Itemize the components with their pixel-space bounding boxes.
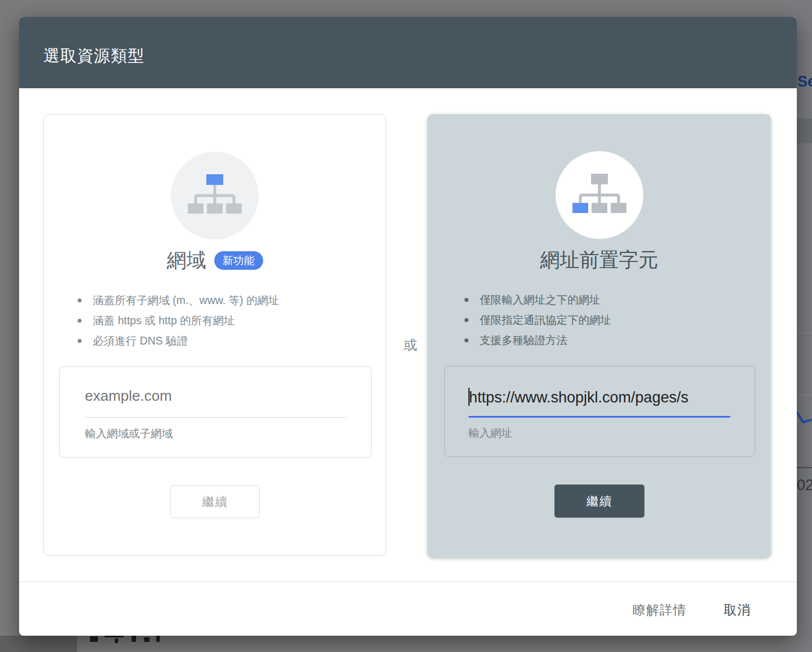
footer-divider bbox=[19, 581, 797, 582]
url-prefix-property-card: 網址前置字元 僅限輸入網址之下的網址 僅限指定通訊協定下的網址 支援多種驗證方法… bbox=[427, 114, 771, 558]
domain-card-bullet-list: 涵蓋所有子網域 (m.、www. 等) 的網址 涵蓋 https 或 http … bbox=[74, 290, 279, 351]
domain-continue-button[interactable]: 繼續 bbox=[170, 485, 260, 518]
url-input[interactable]: https://www.shopjkl.com/pages/s bbox=[468, 388, 730, 406]
bullet-item: 支援多種驗證方法 bbox=[461, 330, 611, 350]
bullet-item: 必須進行 DNS 驗證 bbox=[74, 330, 279, 351]
url-input-focus-underline bbox=[468, 416, 730, 418]
url-prefix-icon-circle bbox=[556, 151, 643, 239]
domain-input-box: 輸入網域或子網域 bbox=[59, 366, 372, 458]
dimmed-chart-line-fragment bbox=[797, 409, 812, 427]
bullet-item: 涵蓋 https 或 http 的所有網址 bbox=[74, 310, 279, 330]
url-prefix-continue-button[interactable]: 繼續 bbox=[554, 485, 644, 518]
domain-input-underline bbox=[85, 417, 347, 418]
screen: Se 023 選取資源類型 或 bbox=[0, 0, 812, 652]
select-property-type-dialog: 選取資源類型 或 網域 新功能 涵蓋所有子網域 (m.、www. 等) 的網址 bbox=[19, 17, 797, 636]
cancel-button[interactable]: 取消 bbox=[721, 597, 753, 623]
domain-input-helper: 輸入網域或子網域 bbox=[85, 426, 173, 441]
domain-card-title-row: 網域 新功能 bbox=[44, 247, 386, 274]
dimmed-date-fragment: 023 bbox=[797, 477, 812, 494]
dialog-header: 選取資源類型 bbox=[19, 17, 797, 88]
search-console-logo-fragment: Se bbox=[797, 73, 812, 90]
dimmed-divider bbox=[797, 395, 812, 395]
domain-card-title: 網域 bbox=[167, 247, 206, 274]
dialog-footer: 瞭解詳情 取消 bbox=[630, 597, 753, 623]
bullet-item: 涵蓋所有子網域 (m.、www. 等) 的網址 bbox=[74, 290, 279, 310]
bullet-item: 僅限指定通訊協定下的網址 bbox=[461, 310, 611, 330]
learn-more-button[interactable]: 瞭解詳情 bbox=[630, 597, 689, 623]
or-separator-label: 或 bbox=[394, 336, 427, 354]
domain-input[interactable] bbox=[85, 387, 347, 405]
site-hierarchy-icon bbox=[572, 174, 626, 216]
new-feature-badge: 新功能 bbox=[214, 251, 263, 270]
domain-property-card: 網域 新功能 涵蓋所有子網域 (m.、www. 等) 的網址 涵蓋 https … bbox=[43, 114, 386, 556]
dimmed-axis-line bbox=[797, 467, 812, 468]
dimmed-page-right-edge: Se 023 bbox=[797, 0, 812, 652]
dialog-title: 選取資源類型 bbox=[43, 45, 145, 67]
url-prefix-card-bullet-list: 僅限輸入網址之下的網址 僅限指定通訊協定下的網址 支援多種驗證方法 bbox=[461, 289, 611, 350]
url-prefix-card-title: 網址前置字元 bbox=[540, 247, 658, 273]
url-prefix-card-title-row: 網址前置字元 bbox=[427, 247, 771, 273]
bullet-item: 僅限輸入網址之下的網址 bbox=[461, 289, 611, 310]
dimmed-divider bbox=[797, 333, 812, 333]
url-input-helper: 輸入網址 bbox=[468, 425, 512, 441]
domain-icon-circle bbox=[171, 152, 259, 239]
dimmed-toolbar-fragment bbox=[797, 119, 812, 143]
dimmed-sidebar-fragment bbox=[0, 636, 77, 652]
url-input-box: https://www.shopjkl.com/pages/s 輸入網址 bbox=[444, 366, 755, 457]
site-hierarchy-icon bbox=[188, 174, 242, 217]
